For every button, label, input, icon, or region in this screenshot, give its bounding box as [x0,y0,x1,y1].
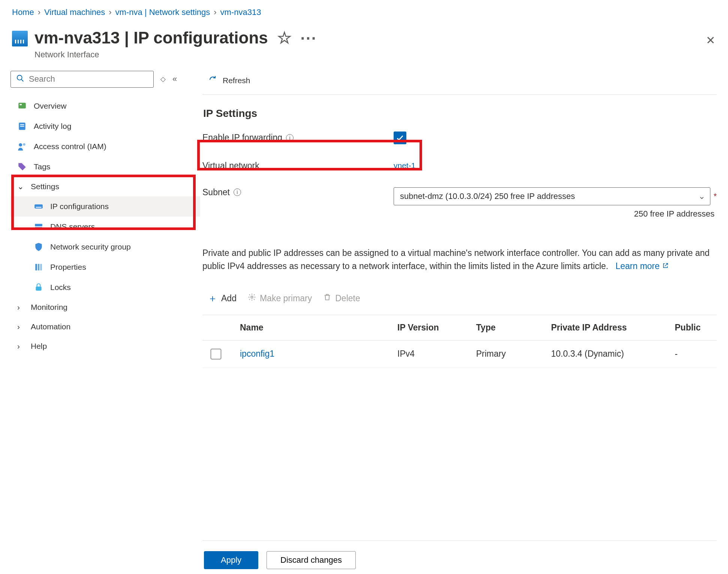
ipconfig-toolbar: ＋ Add Make primary Delete [202,287,717,312]
add-label: Add [221,293,237,303]
sidebar-item-dns-servers[interactable]: DNS servers [10,217,200,237]
svg-rect-10 [36,207,41,208]
sidebar-group-help[interactable]: › Help [10,336,200,356]
sidebar-search[interactable] [10,71,154,88]
sidebar-group-monitoring[interactable]: › Monitoring [10,297,200,317]
breadcrumb-vms[interactable]: Virtual machines [44,7,105,17]
sidebar-item-label: Tags [34,162,50,171]
dns-icon [34,222,43,232]
sidebar: ◇ « Overview Activity log Access cont [0,70,202,574]
subnet-select[interactable]: subnet-dmz (10.0.3.0/24) 250 free IP add… [394,187,710,205]
virtual-network-label: Virtual network [202,161,259,171]
column-header-ip-version[interactable]: IP Version [394,315,472,340]
page-title: vm-nva313 | IP configurations [34,28,268,48]
refresh-button[interactable]: Refresh [223,76,250,85]
main-content: Refresh IP Settings Enable IP forwarding… [202,70,728,574]
cell-ip-version: IPv4 [394,340,472,368]
delete-label: Delete [335,293,360,303]
svg-line-1 [21,79,23,81]
required-indicator: * [713,191,717,201]
svg-rect-9 [34,204,43,208]
column-header-type[interactable]: Type [472,315,547,340]
favorite-icon[interactable]: ☆ [277,28,292,48]
sidebar-item-label: Activity log [34,122,71,131]
discard-button[interactable]: Discard changes [267,551,356,569]
svg-point-17 [251,296,253,299]
ip-config-icon [34,202,43,211]
more-icon[interactable]: ⋯ [300,28,316,48]
breadcrumb-home[interactable]: Home [12,7,34,17]
svg-rect-15 [40,264,42,270]
search-input[interactable] [29,74,148,84]
sidebar-item-label: Access control (IAM) [34,142,106,151]
sidebar-item-properties[interactable]: Properties [10,257,200,277]
svg-rect-6 [20,126,24,127]
expand-vertical-icon[interactable]: ◇ [160,75,166,83]
column-header-name[interactable]: Name [236,315,394,340]
svg-rect-13 [35,264,37,270]
sidebar-item-label: Properties [50,263,86,272]
sidebar-item-locks[interactable]: Locks [10,277,200,297]
close-icon[interactable]: ✕ [706,34,715,47]
table-row[interactable]: ipconfig1 IPv4 Primary 10.0.3.4 (Dynamic… [202,340,717,368]
delete-button: Delete [323,293,360,303]
sidebar-item-label: Locks [50,283,71,292]
sidebar-item-label: IP configurations [50,202,109,211]
sidebar-item-tags[interactable]: Tags [10,157,200,177]
info-icon[interactable]: i [234,188,241,196]
cell-public: - [671,340,717,368]
virtual-network-link[interactable]: vnet-1 [394,161,415,170]
column-header-public[interactable]: Public [671,315,717,340]
svg-rect-11 [35,224,42,226]
plus-icon: ＋ [208,292,217,305]
sidebar-group-label: Help [31,342,47,351]
gear-icon [248,293,256,303]
refresh-icon [208,75,217,86]
svg-rect-3 [20,104,22,105]
command-bar: Refresh [202,71,717,95]
sidebar-item-ip-configurations[interactable]: IP configurations [10,196,200,217]
subnet-selected-value: subnet-dmz (10.0.3.0/24) 250 free IP add… [400,191,575,201]
learn-more-link[interactable]: Learn more [616,260,669,273]
breadcrumb-current[interactable]: vm-nva313 [220,7,261,17]
breadcrumb-network-settings[interactable]: vm-nva | Network settings [115,7,210,17]
chevron-down-icon: ⌄ [17,182,24,191]
activity-log-icon [17,121,27,131]
ip-forwarding-checkbox[interactable] [394,132,406,144]
lock-icon [34,283,43,292]
sidebar-item-access-control[interactable]: Access control (IAM) [10,136,200,157]
make-primary-button: Make primary [248,293,312,303]
apply-button[interactable]: Apply [204,551,258,569]
description-text: Private and public IP addresses can be a… [202,247,717,273]
footer: Apply Discard changes [202,540,717,574]
sidebar-item-nsg[interactable]: Network security group [10,237,200,257]
chevron-right-icon: › [17,342,24,351]
page-header: vm-nva313 | IP configurations ☆ ⋯ Networ… [0,21,728,70]
svg-rect-12 [35,227,42,230]
column-header-private-ip[interactable]: Private IP Address [547,315,671,340]
chevron-right-icon: › [17,322,24,331]
ipconfig-name-link[interactable]: ipconfig1 [240,349,274,359]
sidebar-item-overview[interactable]: Overview [10,96,200,116]
sidebar-item-label: DNS servers [50,222,95,231]
svg-point-8 [23,143,25,146]
svg-rect-2 [18,103,26,108]
make-primary-label: Make primary [260,293,312,303]
ip-settings-heading: IP Settings [203,108,717,120]
collapse-icon[interactable]: « [172,74,177,84]
page-subtitle: Network Interface [34,50,716,60]
chevron-right-icon: › [109,7,111,17]
info-icon[interactable]: i [286,134,294,142]
search-icon [16,74,24,84]
sidebar-group-settings[interactable]: ⌄ Settings [10,177,200,196]
add-button[interactable]: ＋ Add [208,292,237,305]
sidebar-group-automation[interactable]: › Automation [10,317,200,336]
subnet-label: Subnet [202,187,230,197]
row-checkbox[interactable] [211,349,221,359]
sidebar-item-activity-log[interactable]: Activity log [10,116,200,136]
chevron-right-icon: › [38,7,40,17]
breadcrumb: Home › Virtual machines › vm-nva | Netwo… [0,0,728,21]
sidebar-group-label: Automation [31,322,70,331]
sidebar-item-label: Overview [34,102,67,111]
cell-type: Primary [472,340,547,368]
